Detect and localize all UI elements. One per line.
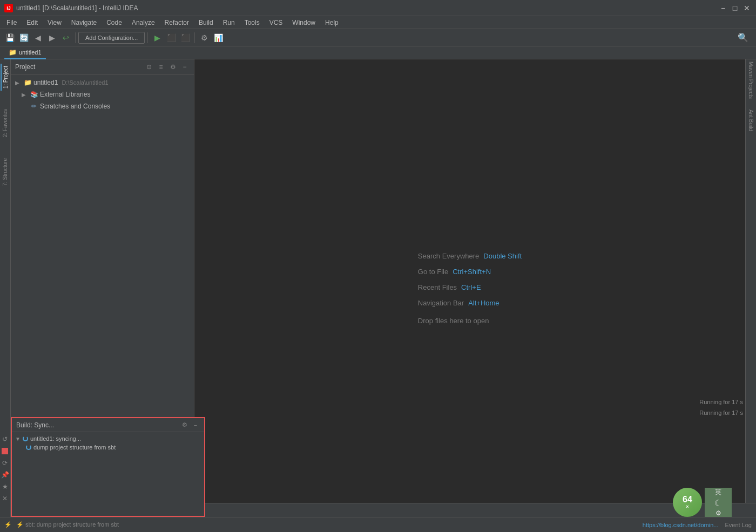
ant-build-tab[interactable]: Ant Build — [748, 110, 754, 131]
build-panel-header: Build: Sync... ⚙ − — [12, 418, 204, 432]
tree-item-root[interactable]: ▶ 📁 untitled1 D:\Scala\untitled1 — [11, 77, 194, 88]
build-sync-panel: Build: Sync... ⚙ − ↺ ⟳ 📌 ★ ✕ ▼ untitled1… — [11, 417, 205, 517]
running-status-1: Running for 17 s — [699, 397, 743, 408]
menu-item-view[interactable]: View — [43, 18, 66, 28]
toolbar-right: 🔍 — [733, 32, 753, 43]
scratch-icon: ✏ — [30, 102, 38, 111]
close-button[interactable]: ✕ — [742, 3, 752, 13]
maximize-button[interactable]: □ — [730, 3, 740, 13]
hint-nav-shortcut: Alt+Home — [468, 299, 499, 307]
tree-path-root: D:\Scala\untitled1 — [62, 79, 108, 86]
sync-button[interactable]: 🔄 — [17, 31, 30, 44]
add-configuration-button[interactable]: Add Configuration... — [78, 32, 145, 44]
folder-icon-root: 📁 — [23, 78, 32, 87]
tree-item-libraries[interactable]: ▶ 📚 External Libraries — [11, 88, 194, 100]
profiler-button[interactable]: 📊 — [212, 31, 225, 44]
hint-nav-bar: Navigation Bar Alt+Home — [418, 299, 500, 307]
tree-label-scratches: Scratches and Consoles — [40, 103, 110, 110]
window-title: untitled1 [D:\Scala\untitled1] - Intelli… — [16, 4, 752, 12]
undo-button[interactable]: ↩ — [59, 31, 72, 44]
build-button[interactable]: ⬛ — [165, 31, 178, 44]
running-status: Running for 17 s Running for 17 s — [699, 397, 743, 419]
project-tab-bar: 📁 untitled1 — [0, 46, 756, 59]
forward-button[interactable]: ▶ — [45, 31, 58, 44]
project-side-tab[interactable]: 1: Project — [1, 64, 10, 91]
memory-circle[interactable]: 64 × — [673, 488, 702, 517]
tree-arrow-root: ▶ — [15, 80, 22, 86]
hint-recent-files: Recent Files Ctrl+E — [418, 283, 481, 291]
sync-build-button[interactable]: ⟳ — [0, 458, 10, 468]
app-icon: IJ — [4, 4, 13, 12]
ime-indicator[interactable]: 英 ☾ ⚙ — [705, 488, 732, 517]
settings-button[interactable]: ⚙ — [168, 62, 178, 72]
menu-item-edit[interactable]: Edit — [22, 18, 42, 28]
project-tab-label: untitled1 — [19, 49, 42, 56]
scope-button[interactable]: ⊙ — [144, 62, 154, 72]
hint-goto-shortcut: Ctrl+Shift+N — [453, 268, 491, 276]
window-controls: − □ ✕ — [718, 3, 752, 13]
favorite-build-button[interactable]: ★ — [0, 482, 10, 492]
menu-bar: FileEditViewNavigateCodeAnalyzeRefactorB… — [0, 16, 756, 29]
library-icon: 📚 — [30, 90, 38, 99]
status-left: ⚡ ⚡ sbt: dump project structure from sbt — [4, 521, 119, 528]
hide-panel-button[interactable]: − — [180, 62, 190, 72]
build-root-label: untitled1: syncing... — [30, 435, 81, 442]
title-bar: IJ untitled1 [D:\Scala\untitled1] - Inte… — [0, 0, 756, 16]
close-build-button[interactable]: ✕ — [0, 494, 10, 503]
toolbar-separator — [75, 32, 76, 43]
pin-build-button[interactable]: 📌 — [0, 470, 10, 480]
project-tab-icon: 📁 — [9, 49, 17, 56]
menu-item-help[interactable]: Help — [321, 18, 343, 28]
hint-goto-label: Go to File — [418, 268, 448, 276]
build-settings-button[interactable]: ⚙ — [180, 421, 189, 429]
coverage-button[interactable]: ⚙ — [198, 31, 211, 44]
menu-item-refactor[interactable]: Refactor — [160, 18, 193, 28]
build-side-buttons: ↺ ⟳ 📌 ★ ✕ — [0, 432, 10, 503]
editor-area: Search Everywhere Double Shift Go to Fil… — [194, 59, 745, 517]
run-button[interactable]: ▶ — [151, 31, 164, 44]
structure-side-tab[interactable]: 7: Structure — [1, 156, 9, 188]
menu-item-run[interactable]: Run — [219, 18, 239, 28]
minimize-button[interactable]: − — [718, 3, 728, 13]
status-url: https://blog.csdn.net/domin... — [643, 522, 719, 528]
stop-button[interactable]: ⬛ — [179, 31, 192, 44]
favorites-side-tab[interactable]: 2: Favorites — [1, 107, 9, 139]
menu-item-navigate[interactable]: Navigate — [67, 18, 101, 28]
hint-nav-label: Navigation Bar — [418, 299, 464, 307]
status-icon: ⚡ — [4, 521, 12, 528]
memory-unit: × — [686, 504, 688, 509]
build-spinner — [23, 436, 28, 441]
menu-item-file[interactable]: File — [2, 18, 21, 28]
project-panel-title: Project — [15, 63, 142, 71]
build-minimize-button[interactable]: − — [191, 421, 200, 429]
maven-projects-tab[interactable]: Maven Projects — [748, 62, 754, 99]
menu-item-analyze[interactable]: Analyze — [127, 18, 159, 28]
welcome-hints: Search Everywhere Double Shift Go to Fil… — [418, 252, 522, 325]
back-button[interactable]: ◀ — [31, 31, 44, 44]
menu-item-build[interactable]: Build — [194, 18, 218, 28]
build-child-label: dump project structure from sbt — [33, 444, 116, 451]
menu-item-window[interactable]: Window — [288, 18, 320, 28]
tree-arrow-libraries: ▶ — [22, 92, 28, 98]
hint-recent-shortcut: Ctrl+E — [461, 283, 481, 291]
right-side-panels: Maven Projects Ant Build — [745, 59, 756, 517]
menu-item-code[interactable]: Code — [102, 18, 126, 28]
status-bar: ⚡ ⚡ sbt: dump project structure from sbt… — [0, 517, 756, 532]
stop-icon — [2, 448, 8, 454]
restart-build-button[interactable]: ↺ — [0, 434, 10, 444]
hint-search-shortcut: Double Shift — [483, 252, 522, 260]
toolbar: 💾 🔄 ◀ ▶ ↩ Add Configuration... ▶ ⬛ ⬛ ⚙ 📊… — [0, 29, 756, 46]
build-panel-controls: ⚙ − — [180, 421, 200, 429]
event-log-button[interactable]: Event Log — [725, 522, 752, 528]
stop-build-button[interactable] — [0, 446, 10, 456]
tree-label-root: untitled1 — [33, 79, 58, 86]
build-panel-content: ↺ ⟳ 📌 ★ ✕ ▼ untitled1: syncing... dump p… — [12, 432, 204, 454]
save-all-button[interactable]: 💾 — [3, 31, 16, 44]
collapse-all-button[interactable]: ≡ — [156, 62, 166, 72]
search-everywhere-button[interactable]: 🔍 — [733, 32, 753, 43]
tree-item-scratches[interactable]: ▶ ✏ Scratches and Consoles — [11, 100, 194, 112]
menu-item-tools[interactable]: Tools — [240, 18, 264, 28]
memory-indicator[interactable]: 64 × — [673, 488, 702, 517]
project-tab[interactable]: 📁 untitled1 — [4, 46, 46, 59]
menu-item-vcs[interactable]: VCS — [265, 18, 287, 28]
